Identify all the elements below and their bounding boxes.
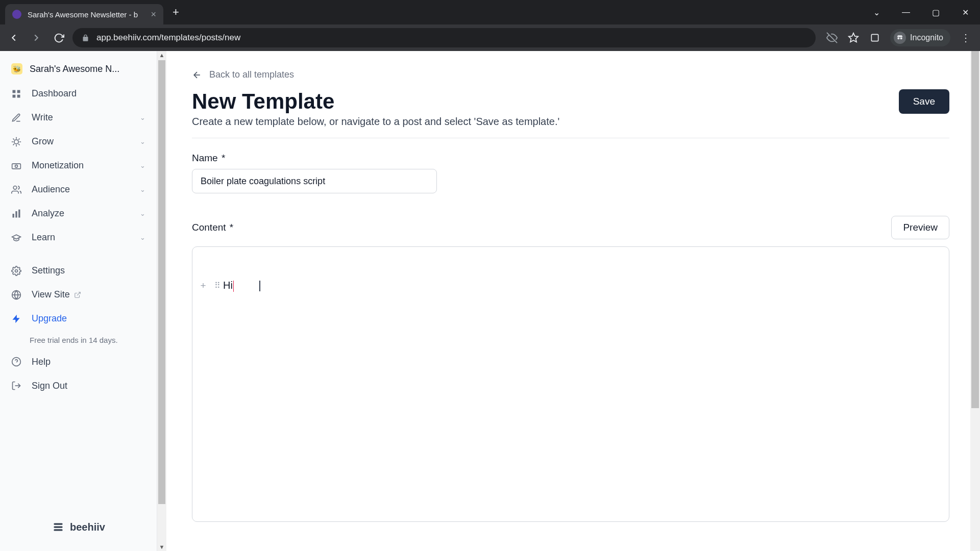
- sidebar-item-analyze[interactable]: Analyze ⌄: [0, 202, 157, 226]
- page-title: New Template: [192, 89, 559, 114]
- svg-rect-24: [54, 529, 62, 531]
- sidebar-item-label: Learn: [32, 232, 55, 243]
- chevron-down-icon: ⌄: [140, 234, 145, 241]
- page-scrollbar[interactable]: [970, 51, 980, 551]
- close-icon[interactable]: ×: [151, 9, 156, 20]
- tab-favicon: [12, 10, 21, 19]
- secondary-cursor: [259, 281, 260, 291]
- back-to-templates-link[interactable]: Back to all templates: [192, 69, 949, 80]
- sidebar-item-grow[interactable]: Grow ⌄: [0, 130, 157, 154]
- sidebar-item-write[interactable]: Write ⌄: [0, 106, 157, 130]
- incognito-icon: [894, 32, 906, 44]
- sidebar-scrollbar[interactable]: ▲ ▼: [157, 51, 166, 551]
- browser-tab[interactable]: Sarah's Awesome Newsletter - b ×: [5, 4, 163, 24]
- tab-title: Sarah's Awesome Newsletter - b: [28, 10, 145, 19]
- eyeoff-icon[interactable]: [826, 32, 838, 44]
- trial-notice: Free trial ends in 14 days.: [0, 331, 157, 350]
- learn-icon: [11, 233, 22, 243]
- drag-handle-icon[interactable]: ⠿: [210, 281, 223, 290]
- arrow-left-icon: [192, 70, 202, 80]
- scroll-up-icon[interactable]: ▲: [159, 51, 165, 59]
- scroll-down-icon[interactable]: ▼: [159, 543, 165, 551]
- beehiiv-icon: [52, 520, 65, 534]
- back-link-label: Back to all templates: [209, 69, 294, 80]
- external-link-icon: [74, 291, 81, 298]
- page-subtitle: Create a new template below, or navigate…: [192, 116, 559, 128]
- svg-point-8: [14, 139, 18, 143]
- svg-rect-14: [18, 209, 20, 217]
- brand-label: beehiiv: [70, 521, 105, 533]
- svg-point-2: [897, 37, 899, 39]
- close-window-button[interactable]: ✕: [950, 3, 980, 22]
- svg-line-18: [77, 292, 80, 295]
- sidebar-item-help[interactable]: Help: [0, 350, 157, 374]
- incognito-badge[interactable]: Incognito: [890, 29, 950, 46]
- url-text: app.beehiiv.com/templates/posts/new: [96, 33, 240, 43]
- svg-rect-5: [17, 90, 20, 93]
- sidebar: 🐝 Sarah's Awesome N... Dashboard Write ⌄…: [0, 51, 157, 551]
- sidebar-item-settings[interactable]: Settings: [0, 259, 157, 283]
- sidebar-item-view-site[interactable]: View Site: [0, 283, 157, 307]
- sidebar-item-monetization[interactable]: Monetization ⌄: [0, 154, 157, 178]
- monetization-icon: [11, 161, 22, 171]
- minimize-button[interactable]: —: [891, 3, 921, 22]
- sidebar-item-label: Upgrade: [32, 313, 67, 324]
- sidebar-item-audience[interactable]: Audience ⌄: [0, 178, 157, 202]
- globe-icon: [11, 290, 22, 300]
- grow-icon: [11, 137, 22, 147]
- audience-icon: [11, 185, 22, 195]
- bookmark-icon[interactable]: [847, 32, 860, 44]
- help-icon: [11, 357, 22, 367]
- browser-toolbar: app.beehiiv.com/templates/posts/new Inco…: [0, 24, 980, 51]
- gear-icon: [11, 266, 22, 276]
- sidebar-item-signout[interactable]: Sign Out: [0, 374, 157, 398]
- reload-button[interactable]: [50, 29, 67, 46]
- sidebar-item-label: Settings: [32, 265, 65, 276]
- analyze-icon: [11, 209, 22, 219]
- chevron-down-icon: ⌄: [140, 210, 145, 217]
- svg-point-15: [15, 269, 18, 272]
- sidebar-item-upgrade[interactable]: Upgrade: [0, 307, 157, 331]
- chevron-down-icon: ⌄: [140, 138, 145, 145]
- new-tab-button[interactable]: +: [173, 6, 179, 19]
- sidebar-item-dashboard[interactable]: Dashboard: [0, 82, 157, 106]
- svg-rect-9: [12, 163, 21, 168]
- forward-button[interactable]: [28, 29, 45, 46]
- template-name-input[interactable]: [192, 169, 437, 193]
- main-content: Back to all templates New Template Creat…: [166, 51, 980, 551]
- sidebar-item-label: View Site: [32, 289, 70, 300]
- brand-footer[interactable]: beehiiv: [0, 506, 157, 551]
- extensions-icon[interactable]: [869, 32, 881, 44]
- save-button[interactable]: Save: [899, 89, 949, 114]
- menu-icon[interactable]: ⋮: [960, 32, 972, 44]
- svg-point-10: [15, 165, 18, 167]
- maximize-button[interactable]: ▢: [921, 3, 950, 22]
- chevron-down-icon: ⌄: [140, 186, 145, 193]
- sidebar-item-learn[interactable]: Learn ⌄: [0, 226, 157, 249]
- svg-rect-1: [871, 34, 878, 41]
- signout-icon: [11, 381, 22, 391]
- editor-text[interactable]: Hi: [223, 280, 260, 292]
- divider: [192, 138, 949, 138]
- address-bar[interactable]: app.beehiiv.com/templates/posts/new: [72, 28, 816, 47]
- sidebar-item-label: Help: [32, 357, 51, 367]
- workspace-icon: 🐝: [11, 63, 22, 74]
- back-button[interactable]: [5, 29, 22, 46]
- chevron-down-icon: ⌄: [140, 162, 145, 169]
- preview-button[interactable]: Preview: [891, 216, 949, 239]
- bolt-icon: [11, 314, 22, 324]
- lock-icon: [82, 34, 89, 42]
- sidebar-item-label: Sign Out: [32, 381, 67, 391]
- sidebar-item-label: Analyze: [32, 208, 64, 219]
- svg-rect-13: [15, 211, 17, 218]
- content-editor[interactable]: + ⠿ Hi: [192, 246, 949, 522]
- page-scrollbar-thumb[interactable]: [971, 51, 979, 408]
- workspace-selector[interactable]: 🐝 Sarah's Awesome N...: [0, 56, 157, 82]
- scrollbar-thumb[interactable]: [158, 60, 165, 504]
- sidebar-item-label: Audience: [32, 184, 70, 195]
- tab-search-icon[interactable]: ⌄: [862, 3, 891, 22]
- add-block-icon[interactable]: +: [197, 280, 210, 291]
- workspace-name: Sarah's Awesome N...: [30, 64, 119, 74]
- sidebar-item-label: Grow: [32, 136, 54, 147]
- text-caret: [233, 281, 234, 292]
